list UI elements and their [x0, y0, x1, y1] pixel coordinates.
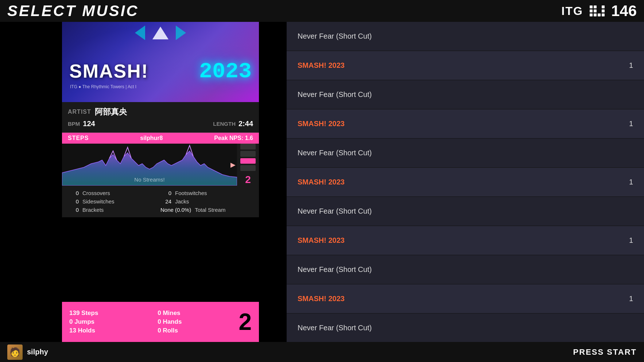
peak-nps: Peak NPS: 1.6 — [214, 135, 253, 141]
bpm-section: BPM 124 — [68, 120, 95, 128]
song-item-title-orange: SMASH! 2023 — [298, 61, 345, 70]
dot — [602, 5, 605, 8]
song-item-title: Never Fear (Short Cut) — [298, 90, 372, 99]
difficulty-number: 2 — [245, 174, 251, 186]
song-item-number: 1 — [629, 120, 633, 128]
diff-bar[interactable] — [240, 144, 256, 149]
bottom-stats: 139 Steps 0 Mines 0 Jumps 0 Hands 13 Hol… — [69, 310, 235, 334]
bottom-stats-panel: 139 Steps 0 Mines 0 Jumps 0 Hands 13 Hol… — [62, 302, 259, 342]
status-bar: 🧑 silphy PRESS START — [0, 342, 644, 362]
steps-count: 139 Steps — [69, 310, 147, 317]
triangle-up-icon — [152, 27, 168, 39]
stat-row: 24 Jacks — [160, 198, 253, 205]
stat-sideswitches-label: Sideswitches — [82, 198, 115, 205]
album-year: 2023 — [199, 59, 252, 84]
dot — [590, 5, 593, 8]
list-item[interactable]: Never Fear (Short Cut) — [287, 255, 644, 284]
dot — [598, 9, 601, 12]
list-item[interactable]: Never Fear (Short Cut) — [287, 139, 644, 168]
album-subtitle: ITG ● The Rhythmic Towers | Act I — [70, 84, 136, 89]
header: SELECT MUSIC ITG 146 — [0, 0, 644, 22]
song-info: ARTIST 阿部真央 BPM 124 LENGTH 2:44 — [62, 102, 259, 133]
dot — [594, 9, 597, 12]
song-item-title: Never Fear (Short Cut) — [298, 324, 372, 332]
difficulty-panel: 2 — [237, 144, 259, 186]
stat-sideswitches-num: 0 — [68, 198, 79, 205]
no-streams-label: No Streams! — [134, 176, 164, 183]
dot — [590, 9, 593, 12]
artist-label: ARTIST — [68, 109, 91, 115]
dot — [590, 13, 593, 16]
list-item[interactable]: Never Fear (Short Cut) — [287, 80, 644, 109]
itg-logo: ITG — [562, 4, 583, 18]
dot — [594, 5, 597, 8]
list-item[interactable]: Never Fear (Short Cut) — [287, 314, 644, 342]
list-item[interactable]: SMASH! 20231 — [287, 168, 644, 197]
song-item-title-orange: SMASH! 2023 — [298, 120, 345, 128]
stat-jacks-num: 24 — [160, 198, 171, 205]
diff-bar[interactable] — [240, 151, 256, 157]
dot — [602, 13, 605, 16]
album-triangles — [135, 26, 186, 40]
artist-name: 阿部真央 — [95, 106, 127, 117]
album-title: SMASH! — [69, 60, 148, 82]
player-name: silphy — [27, 348, 48, 356]
length-label: LENGTH — [213, 121, 236, 127]
song-item-number: 1 — [629, 236, 633, 245]
chart-container: No Streams! ▶ 2 — [62, 144, 259, 186]
triangle-right-icon — [176, 26, 186, 40]
dot — [598, 13, 601, 16]
itg-dots-grid — [590, 5, 605, 16]
nps-chart: No Streams! ▶ — [62, 144, 237, 186]
steps-row: STEPS silphur8 Peak NPS: 1.6 — [62, 133, 259, 144]
chart-right-arrow-icon: ▶ — [230, 161, 236, 169]
stat-brackets-label: Brackets — [82, 207, 104, 213]
list-item[interactable]: SMASH! 20231 — [287, 51, 644, 80]
dot — [598, 5, 601, 8]
stat-crossovers-label: Crossovers — [82, 190, 110, 196]
album-art: SMASH! 2023 ITG ● The Rhythmic Towers | … — [62, 22, 259, 102]
stat-row: 0 Crossovers — [68, 190, 160, 196]
meta-row: BPM 124 LENGTH 2:44 — [68, 120, 253, 128]
stat-totalstream-num: None (0.0%) — [160, 207, 191, 213]
song-item-title: Never Fear (Short Cut) — [298, 32, 372, 40]
song-item-title: Never Fear (Short Cut) — [298, 149, 372, 157]
song-item-number: 1 — [629, 178, 633, 186]
song-list[interactable]: Never Fear (Short Cut)SMASH! 20231Never … — [287, 22, 644, 342]
stat-footswitches-label: Footswitches — [175, 190, 207, 196]
bpm-label: BPM — [68, 121, 80, 127]
stat-row: 0 Brackets — [68, 207, 160, 213]
stat-row: None (0.0%) Total Stream — [160, 207, 253, 213]
dot — [594, 13, 597, 16]
song-item-number: 1 — [629, 295, 633, 303]
rolls-count: 0 Rolls — [158, 327, 235, 334]
song-item-number: 1 — [629, 61, 633, 70]
stat-totalstream-label: Total Stream — [195, 207, 225, 213]
header-right: ITG 146 — [562, 2, 637, 20]
song-item-title: Never Fear (Short Cut) — [298, 265, 372, 274]
diff-bar-active[interactable] — [240, 158, 256, 164]
list-item[interactable]: Never Fear (Short Cut) — [287, 22, 644, 51]
press-start-label: PRESS START — [573, 347, 637, 357]
length-value: 2:44 — [238, 120, 253, 128]
stat-brackets-num: 0 — [68, 207, 79, 213]
stat-crossovers-num: 0 — [68, 190, 79, 196]
triangle-left-icon — [135, 26, 145, 40]
stat-row: 0 Sideswitches — [68, 198, 160, 205]
player-info: 🧑 silphy — [7, 345, 48, 360]
list-item[interactable]: Never Fear (Short Cut) — [287, 197, 644, 226]
list-item[interactable]: SMASH! 20231 — [287, 226, 644, 255]
song-item-title-orange: SMASH! 2023 — [298, 236, 345, 245]
length-section: LENGTH 2:44 — [213, 120, 253, 128]
mines-count: 0 Mines — [158, 310, 235, 317]
artist-row: ARTIST 阿部真央 — [68, 106, 253, 117]
diff-bar[interactable] — [240, 165, 256, 171]
hands-count: 0 Hands — [158, 318, 235, 326]
song-item-title-orange: SMASH! 2023 — [298, 178, 345, 186]
list-item[interactable]: SMASH! 20231 — [287, 284, 644, 314]
itg-number: 146 — [611, 2, 637, 20]
list-item[interactable]: SMASH! 20231 — [287, 109, 644, 139]
bottom-difficulty-number: 2 — [238, 308, 252, 335]
holds-count: 13 Holds — [69, 327, 147, 334]
avatar: 🧑 — [7, 345, 23, 360]
